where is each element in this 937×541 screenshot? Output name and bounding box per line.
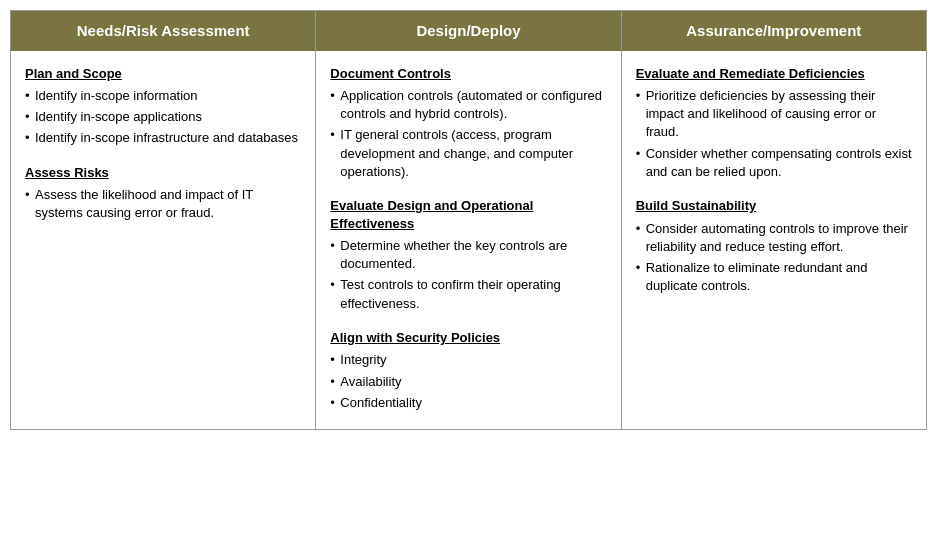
section-document-controls: Document ControlsApplication controls (a… [330,65,606,181]
list-item: Assess the likelihood and impact of IT s… [25,186,301,222]
section-title-align-security: Align with Security Policies [330,329,606,347]
body-design-deploy: Document ControlsApplication controls (a… [316,51,620,429]
section-title-document-controls: Document Controls [330,65,606,83]
column-needs-risk: Needs/Risk AssessmentPlan and ScopeIdent… [11,11,316,429]
section-title-evaluate-design: Evaluate Design and Operational Effectiv… [330,197,606,232]
list-item: Identify in-scope information [25,87,301,105]
section-build-sustainability: Build SustainabilityConsider automating … [636,197,912,295]
section-title-plan-scope: Plan and Scope [25,65,301,83]
section-assess-risks: Assess RisksAssess the likelihood and im… [25,164,301,223]
main-container: Needs/Risk AssessmentPlan and ScopeIdent… [10,10,927,430]
list-item: Integrity [330,351,606,369]
body-needs-risk: Plan and ScopeIdentify in-scope informat… [11,51,315,429]
list-item: Consider whether compensating controls e… [636,145,912,181]
list-item: Test controls to confirm their operating… [330,276,606,312]
section-title-build-sustainability: Build Sustainability [636,197,912,215]
header-design-deploy: Design/Deploy [316,11,620,51]
section-title-evaluate-remediate: Evaluate and Remediate Deficiencies [636,65,912,83]
list-item: Determine whether the key controls are d… [330,237,606,273]
bullet-list-document-controls: Application controls (automated or confi… [330,87,606,181]
list-item: IT general controls (access, program dev… [330,126,606,181]
body-assurance-improvement: Evaluate and Remediate DeficienciesPrior… [622,51,926,429]
list-item: Consider automating controls to improve … [636,220,912,256]
header-needs-risk: Needs/Risk Assessment [11,11,315,51]
section-title-assess-risks: Assess Risks [25,164,301,182]
section-plan-scope: Plan and ScopeIdentify in-scope informat… [25,65,301,148]
bullet-list-evaluate-remediate: Prioritize deficiencies by assessing the… [636,87,912,181]
section-evaluate-remediate: Evaluate and Remediate DeficienciesPrior… [636,65,912,181]
column-assurance-improvement: Assurance/ImprovementEvaluate and Remedi… [622,11,926,429]
list-item: Rationalize to eliminate redundant and d… [636,259,912,295]
section-align-security: Align with Security PoliciesIntegrityAva… [330,329,606,412]
list-item: Availability [330,373,606,391]
column-design-deploy: Design/DeployDocument ControlsApplicatio… [316,11,621,429]
list-item: Confidentiality [330,394,606,412]
list-item: Application controls (automated or confi… [330,87,606,123]
bullet-list-assess-risks: Assess the likelihood and impact of IT s… [25,186,301,222]
list-item: Prioritize deficiencies by assessing the… [636,87,912,142]
list-item: Identify in-scope infrastructure and dat… [25,129,301,147]
bullet-list-plan-scope: Identify in-scope informationIdentify in… [25,87,301,148]
header-assurance-improvement: Assurance/Improvement [622,11,926,51]
bullet-list-build-sustainability: Consider automating controls to improve … [636,220,912,296]
bullet-list-evaluate-design: Determine whether the key controls are d… [330,237,606,313]
list-item: Identify in-scope applications [25,108,301,126]
section-evaluate-design: Evaluate Design and Operational Effectiv… [330,197,606,313]
bullet-list-align-security: IntegrityAvailabilityConfidentiality [330,351,606,412]
